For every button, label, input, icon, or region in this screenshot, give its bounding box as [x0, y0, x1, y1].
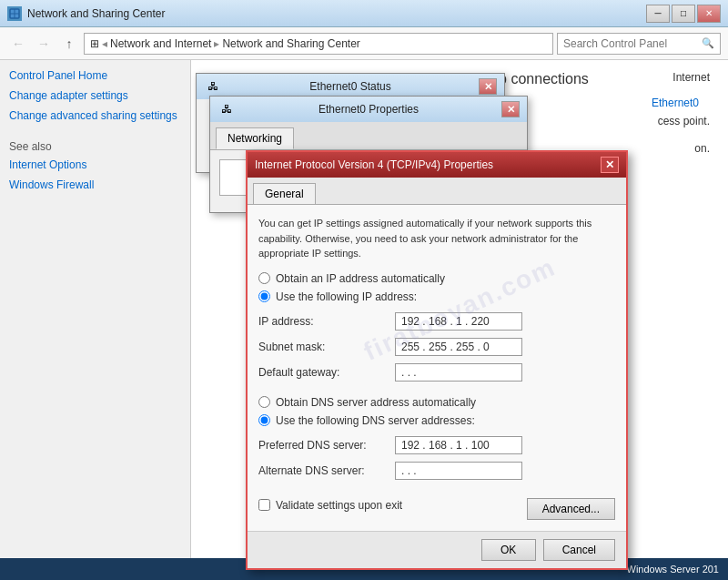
maximize-button[interactable]: □ — [672, 5, 695, 23]
preferred-dns-field[interactable]: 192 . 168 . 1 . 100 — [395, 436, 522, 454]
static-ip-radio[interactable] — [258, 290, 270, 302]
validate-label: Validate settings upon exit — [276, 499, 402, 512]
tcp-description: You can get IP settings assigned automat… — [258, 216, 615, 261]
title-bar-left: Network and Sharing Center — [7, 6, 165, 21]
access-point-text: cess point. — [658, 115, 710, 127]
bottom-row: Validate settings upon exit Advanced... — [258, 498, 615, 520]
ethernet-props-title: Ethernet0 Properties — [236, 103, 501, 116]
minimize-button[interactable]: ─ — [646, 5, 670, 23]
sidebar-windows-firewall[interactable]: Windows Firewall — [9, 178, 181, 191]
auto-ip-radio[interactable] — [258, 272, 270, 284]
gateway-label: Default gateway: — [258, 366, 395, 379]
cancel-button[interactable]: Cancel — [543, 539, 615, 561]
tcp-bottom-buttons: OK Cancel — [248, 531, 626, 568]
tcp-close-button[interactable]: ✕ — [601, 157, 619, 173]
search-input[interactable] — [563, 37, 702, 50]
validate-checkbox-row: Validate settings upon exit — [258, 499, 402, 512]
up-button[interactable]: ↑ — [58, 33, 80, 55]
static-ip-label: Use the following IP address: — [276, 290, 417, 303]
sidebar-change-advanced[interactable]: Change advanced sharing settings — [9, 109, 181, 122]
tcp-tabs: General — [248, 178, 626, 205]
ethernet-props-icon: 🖧 — [217, 101, 236, 117]
subnet-value: 255 . 255 . 255 . 0 — [401, 341, 490, 353]
static-dns-radio[interactable] — [258, 414, 270, 426]
preferred-dns-value: 192 . 168 . 1 . 100 — [401, 439, 490, 452]
ip-address-row: IP address: 192 . 168 . 1 . 220 — [258, 312, 615, 331]
sidebar-control-panel-home[interactable]: Control Panel Home — [9, 69, 181, 82]
sidebar-change-adapter[interactable]: Change adapter settings — [9, 89, 181, 102]
tcp-title-text: Internet Protocol Version 4 (TCP/IPv4) P… — [255, 158, 601, 171]
search-icon: 🔍 — [702, 37, 714, 49]
tcp-content: You can get IP settings assigned automat… — [248, 205, 626, 531]
title-bar: Network and Sharing Center ─ □ ✕ — [0, 0, 728, 27]
ethernet-props-title-bar: 🖧 Ethernet0 Properties ✕ — [210, 97, 527, 122]
breadcrumb-icon: ⊞ — [90, 37, 99, 50]
validate-checkbox[interactable] — [258, 499, 270, 511]
back-button[interactable]: ← — [7, 33, 29, 55]
static-dns-radio-item: Use the following DNS server addresses: — [258, 414, 615, 427]
auto-dns-label: Obtain DNS server address automatically — [276, 396, 476, 409]
gateway-value: . . . — [401, 366, 417, 379]
ok-button[interactable]: OK — [481, 539, 536, 561]
alternate-dns-row: Alternate DNS server: . . . — [258, 462, 615, 480]
nav-bar: ← → ↑ ⊞ ◂ Network and Internet ▸ Network… — [0, 27, 728, 60]
close-button[interactable]: ✕ — [697, 5, 721, 23]
sidebar: Control Panel Home Change adapter settin… — [0, 60, 191, 558]
gateway-row: Default gateway: . . . — [258, 363, 615, 382]
breadcrumb-part2: Network and Sharing Center — [222, 37, 359, 50]
ip-address-value: 192 . 168 . 1 . 220 — [401, 315, 490, 328]
preferred-dns-row: Preferred DNS server: 192 . 168 . 1 . 10… — [258, 436, 615, 454]
connection-text: on. — [694, 142, 710, 155]
ethernet-status-icon: 🖧 — [204, 78, 222, 95]
ip-address-field[interactable]: 192 . 168 . 1 . 220 — [395, 312, 522, 331]
internet-label: Internet — [672, 71, 710, 84]
subnet-field[interactable]: 255 . 255 . 255 . 0 — [395, 338, 522, 356]
ip-radio-group: Obtain an IP address automatically Use t… — [258, 272, 615, 303]
alternate-dns-field[interactable]: . . . — [395, 462, 522, 480]
auto-dns-radio-item: Obtain DNS server address automatically — [258, 396, 615, 409]
preferred-dns-label: Preferred DNS server: — [258, 439, 395, 452]
breadcrumb-part1: Network and Internet — [110, 37, 211, 50]
tcp-dialog: Internet Protocol Version 4 (TCP/IPv4) P… — [246, 150, 628, 570]
alternate-dns-label: Alternate DNS server: — [258, 464, 395, 477]
see-also-section: See also Internet Options Windows Firewa… — [9, 140, 181, 191]
ethernet-props-close[interactable]: ✕ — [501, 101, 520, 117]
sidebar-internet-options[interactable]: Internet Options — [9, 158, 181, 171]
window-title: Network and Sharing Center — [27, 7, 165, 20]
auto-ip-radio-item: Obtain an IP address automatically — [258, 272, 615, 285]
auto-dns-radio[interactable] — [258, 396, 270, 408]
ethernet-status-close[interactable]: ✕ — [479, 78, 497, 95]
ethernet-props-tabs: Networking — [210, 122, 527, 150]
tcp-general-tab[interactable]: General — [253, 183, 316, 204]
subnet-label: Subnet mask: — [258, 341, 395, 353]
dns-radio-group: Obtain DNS server address automatically … — [258, 396, 615, 427]
tcp-title-bar: Internet Protocol Version 4 (TCP/IPv4) P… — [248, 152, 626, 178]
ethernet-props-networking-tab[interactable]: Networking — [216, 127, 294, 149]
section-divider — [258, 389, 615, 396]
gateway-field[interactable]: . . . — [395, 363, 522, 382]
static-ip-radio-item: Use the following IP address: — [258, 290, 615, 303]
ethernet-status-title: Ethernet0 Status — [222, 80, 479, 93]
search-box: 🔍 — [557, 33, 721, 55]
alternate-dns-value: . . . — [401, 464, 417, 477]
advanced-button[interactable]: Advanced... — [527, 498, 615, 520]
subnet-row: Subnet mask: 255 . 255 . 255 . 0 — [258, 338, 615, 356]
status-text: Windows Server 201 — [627, 564, 720, 575]
static-dns-label: Use the following DNS server addresses: — [276, 414, 475, 427]
auto-ip-label: Obtain an IP address automatically — [276, 272, 445, 285]
section-divider2 — [258, 487, 615, 494]
title-bar-buttons: ─ □ ✕ — [646, 5, 721, 23]
network-icon — [7, 6, 22, 21]
breadcrumb: ⊞ ◂ Network and Internet ▸ Network and S… — [84, 33, 553, 55]
forward-button[interactable]: → — [33, 33, 55, 55]
see-also-label: See also — [9, 140, 181, 153]
ip-address-label: IP address: — [258, 315, 395, 328]
